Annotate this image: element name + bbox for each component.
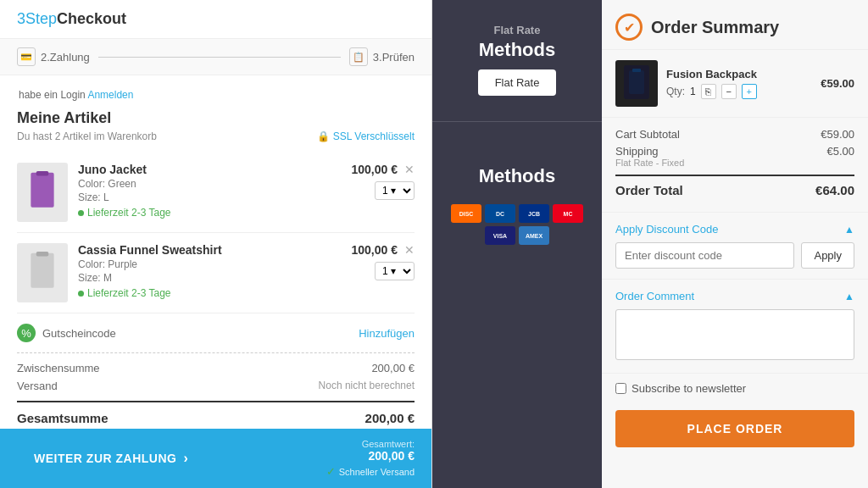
gesamtwert-value: 200,00 €	[369, 449, 415, 463]
cart-item-1: Juno Jacket Color: Green Size: L Lieferz…	[17, 152, 415, 233]
discount-chevron-icon: ▲	[844, 224, 854, 236]
apply-btn[interactable]: Apply	[801, 242, 854, 269]
order-item-row: Fusion Backpack Qty: 1 ⎘ − + €59.00	[602, 50, 868, 118]
comment-label: Order Comment	[615, 290, 694, 302]
steps-bar: 💳 2.Zahlung 📋 3.Prüfen	[0, 39, 431, 75]
order-header: ✔ Order Summary	[602, 0, 868, 50]
order-total-label: Order Total	[615, 183, 683, 197]
step-zahlung-icon: 💳	[17, 47, 36, 66]
visa-icon: VISA	[485, 226, 515, 245]
newsletter-checkbox[interactable]	[615, 383, 626, 394]
mid-divider	[432, 121, 602, 122]
item-2-image	[17, 243, 68, 302]
mastercard-icon: MC	[553, 204, 583, 223]
item-1-size: Size: L	[78, 191, 320, 203]
svg-rect-6	[632, 69, 641, 72]
discount-toggle[interactable]: Apply Discount Code ▲	[615, 223, 854, 236]
login-link[interactable]: Anmelden	[87, 89, 133, 101]
voucher-row: % Gutscheincode Hinzufügen	[17, 313, 415, 353]
item-2-price-row: 100,00 € ✕	[352, 243, 415, 257]
discount-input[interactable]	[615, 242, 794, 269]
item-1-delivery: Lieferzeit 2-3 Tage	[78, 207, 320, 219]
item-1-price-row: 100,00 € ✕	[352, 163, 415, 176]
mid-title-1: Flat Rate Methods	[466, 0, 568, 69]
qty-plus-btn[interactable]: +	[742, 84, 757, 99]
grand-value: 200,00 €	[365, 411, 415, 425]
mid-title-2: Methods	[466, 130, 568, 196]
order-check-icon: ✔	[615, 14, 643, 41]
svg-rect-0	[31, 173, 53, 208]
item-2-remove-btn[interactable]: ✕	[404, 243, 415, 257]
shipping-value: €5.00	[826, 145, 854, 168]
comment-toggle[interactable]: Order Comment ▲	[615, 290, 854, 302]
item-1-qty-select[interactable]: 1 ▾	[375, 181, 415, 200]
voucher-link[interactable]: Hinzufügen	[359, 327, 415, 340]
qty-value: 1	[690, 86, 696, 97]
delivery-dot	[78, 210, 84, 216]
shipping-label: Versand	[17, 380, 58, 392]
cart-item-2: Cassia Funnel Sweatshirt Color: Purple S…	[17, 233, 415, 313]
item-2-size: Size: M	[78, 272, 320, 284]
left-panel: 3StepCheckout 💳 2.Zahlung 📋 3.Prüfen hab…	[0, 0, 432, 488]
voucher-icon: %	[17, 324, 36, 342]
schnell-check-icon: ✓	[326, 465, 336, 478]
subtotal-label: Zwischensumme	[17, 362, 100, 374]
order-qty-row: Qty: 1 ⎘ − +	[666, 84, 812, 99]
ssl-badge: 🔒 SSL Verschlüsselt	[317, 130, 415, 142]
place-order-btn[interactable]: PLACE ORDER	[615, 410, 854, 447]
svg-rect-2	[31, 253, 53, 288]
order-shipping-row: Shipping Flat Rate - Fixed €5.00	[615, 145, 854, 168]
item-1-color: Color: Green	[78, 178, 320, 190]
item-1-details: Juno Jacket Color: Green Size: L Lieferz…	[78, 163, 320, 219]
logo-suffix: Checkout	[57, 10, 126, 27]
cart-subtotal-row: Cart Subtotal €59.00	[615, 128, 854, 141]
logo-prefix: 3Step	[17, 10, 57, 27]
shipping-value: Noch nicht berechnet	[319, 380, 415, 392]
item-1-name: Juno Jacket	[78, 163, 320, 176]
comment-textarea[interactable]	[615, 309, 854, 360]
svg-rect-5	[629, 70, 644, 94]
qty-minus-btn[interactable]: −	[721, 84, 737, 99]
login-hint: habe ein Login Anmelden	[17, 89, 415, 101]
shipping-label: Shipping Flat Rate - Fixed	[615, 145, 684, 168]
item-1-remove-btn[interactable]: ✕	[404, 163, 415, 176]
order-item-image	[615, 60, 658, 107]
jcb-icon: JCB	[519, 204, 549, 223]
subtotal-value: 200,00 €	[371, 362, 415, 374]
grand-total-row: Gesamtsumme 200,00 €	[17, 401, 415, 425]
order-totals: Cart Subtotal €59.00 Shipping Flat Rate …	[602, 118, 868, 213]
delivery-dot-2	[78, 291, 84, 297]
svg-rect-3	[36, 252, 49, 256]
logo: 3StepCheckout	[17, 10, 126, 28]
discount-label: Apply Discount Code	[615, 223, 718, 236]
cart-title: Meine Artikel	[17, 109, 415, 127]
flat-rate-btn[interactable]: Flat Rate	[478, 69, 557, 96]
step-pruefen[interactable]: 📋 3.Prüfen	[349, 47, 415, 66]
order-title: Order Summary	[651, 18, 779, 37]
item-2-qty-select[interactable]: 1 ▾	[375, 262, 415, 280]
newsletter-row: Subscribe to newsletter	[602, 374, 868, 403]
item-1-image	[17, 163, 68, 222]
order-total-value: €64.00	[815, 183, 854, 197]
discount-input-row: Apply	[615, 242, 854, 269]
subtotal-row: Zwischensumme 200,00 €	[17, 362, 415, 374]
discover-icon: DISC	[451, 204, 481, 223]
order-item-name: Fusion Backpack	[666, 68, 812, 80]
item-2-color: Color: Purple	[78, 258, 320, 270]
totals-area: Zwischensumme 200,00 € Versand Noch nich…	[17, 353, 415, 429]
newsletter-label: Subscribe to newsletter	[632, 382, 746, 395]
bottom-bar: WEITER ZUR ZAHLUNG › Gesamtwert: 200,00 …	[0, 429, 431, 488]
order-grand-total-row: Order Total €64.00	[615, 175, 854, 197]
gesamtwert-label: Gesamtwert:	[362, 439, 415, 449]
step-pruefen-label: 3.Prüfen	[373, 51, 415, 64]
item-1-price: 100,00 €	[352, 163, 398, 176]
step-zahlung[interactable]: 💳 2.Zahlung	[17, 47, 90, 66]
item-2-price: 100,00 €	[352, 243, 398, 257]
item-2-details: Cassia Funnel Sweatshirt Color: Purple S…	[78, 243, 320, 299]
weiter-btn[interactable]: WEITER ZUR ZAHLUNG ›	[17, 442, 205, 474]
qty-copy-btn[interactable]: ⎘	[701, 84, 716, 99]
shipping-row: Versand Noch nicht berechnet	[17, 380, 415, 392]
schnell-row: ✓ Schneller Versand	[326, 465, 415, 478]
payment-icons: DISC DC JCB MC VISA AMEX	[432, 196, 602, 253]
step-pruefen-icon: 📋	[349, 47, 368, 66]
